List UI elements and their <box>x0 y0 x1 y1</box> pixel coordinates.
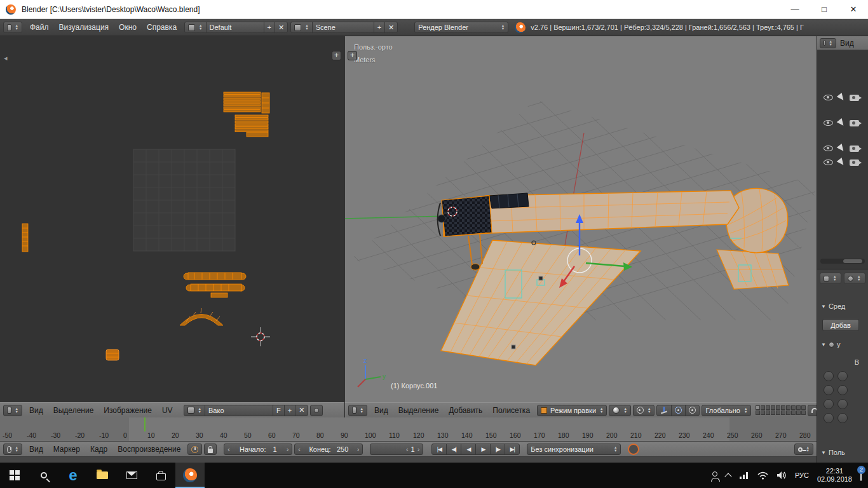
selectability-cursor-icon[interactable] <box>837 144 846 153</box>
menu-item[interactable]: Окно <box>114 23 142 32</box>
sync-dropdown[interactable]: Без синхронизации <box>527 444 621 455</box>
fake-user-button[interactable]: F <box>273 405 285 416</box>
visibility-eye-icon[interactable] <box>824 146 833 151</box>
clock[interactable]: 22:3102.09.2018 <box>817 467 852 484</box>
visibility-eye-icon[interactable] <box>824 120 833 126</box>
taskbar-explorer-button[interactable] <box>88 463 117 488</box>
menu-item[interactable]: Файл <box>25 23 54 32</box>
tool-round-button[interactable] <box>824 399 834 409</box>
visibility-eye-icon[interactable] <box>824 159 833 165</box>
editor-type-button-uv[interactable] <box>3 405 22 416</box>
mode-dropdown[interactable]: Режим правки <box>537 405 607 416</box>
tool-round-button[interactable] <box>824 385 834 395</box>
layer-cell[interactable] <box>771 410 775 415</box>
renderability-camera-icon[interactable] <box>850 95 859 101</box>
menu-item[interactable]: Выделение <box>48 406 99 415</box>
tool-round-button[interactable] <box>824 413 834 423</box>
menu-item[interactable]: Маркер <box>48 445 85 454</box>
manipulator-axis-button[interactable] <box>656 405 672 416</box>
scene-name-field[interactable]: Scene <box>312 22 374 33</box>
outliner-horizontal-scrollbar[interactable] <box>820 259 865 264</box>
menu-item[interactable]: Справка <box>142 23 182 32</box>
add-button[interactable]: Добав <box>822 319 859 331</box>
renderability-camera-icon[interactable] <box>850 120 859 126</box>
layer-cell[interactable] <box>766 405 770 410</box>
scene-add-button[interactable]: + <box>374 22 385 33</box>
manipulator-translate-button[interactable] <box>671 405 686 416</box>
renderability-camera-icon[interactable] <box>850 159 859 166</box>
layer-cell[interactable] <box>781 410 785 415</box>
layout-name-field[interactable]: Default <box>206 22 264 33</box>
orientation-dropdown[interactable]: Глобально <box>702 405 751 416</box>
image-new-button[interactable]: + <box>284 405 295 416</box>
uv-properties-region-toggle[interactable]: + <box>332 51 341 60</box>
image-pin-button[interactable] <box>310 405 323 416</box>
tool-round-button[interactable] <box>824 371 834 381</box>
preview-range-button[interactable] <box>187 444 202 455</box>
layer-cell[interactable] <box>756 410 760 415</box>
action-center[interactable]: 2 <box>860 470 862 481</box>
taskbar-blender-button[interactable] <box>175 463 205 488</box>
playback-button[interactable]: ▶| <box>505 444 520 455</box>
image-browse-button[interactable] <box>184 405 205 416</box>
layer-cell[interactable] <box>756 405 760 410</box>
world-panel-header[interactable]: Сред <box>821 302 845 310</box>
tool-round-button[interactable] <box>837 385 848 395</box>
playback-button[interactable]: ◀ <box>461 444 476 455</box>
properties-context-button-2[interactable] <box>844 273 865 284</box>
layout-delete-button[interactable]: ✕ <box>275 22 288 33</box>
scene-delete-button[interactable]: ✕ <box>384 22 398 33</box>
close-button[interactable]: ✕ <box>839 0 868 18</box>
menu-item[interactable]: Вид <box>24 445 48 454</box>
menu-item[interactable]: Вид <box>24 406 48 415</box>
layer-cell[interactable] <box>786 405 790 410</box>
tool-round-button[interactable] <box>837 371 848 381</box>
group-panel-header[interactable]: у <box>821 341 840 348</box>
menu-item[interactable]: Воспроизведение <box>112 445 186 454</box>
layer-cell[interactable] <box>796 405 801 410</box>
selectability-cursor-icon[interactable] <box>837 118 846 128</box>
selectability-cursor-icon[interactable] <box>837 158 846 167</box>
layer-cell[interactable] <box>791 410 796 415</box>
maximize-button[interactable]: □ <box>810 0 839 18</box>
image-unlink-button[interactable]: ✕ <box>295 405 308 416</box>
language-indicator[interactable]: РУС <box>795 471 809 480</box>
layer-cell[interactable] <box>771 405 775 410</box>
keying-set-button[interactable] <box>794 444 813 455</box>
editor-type-button-outliner[interactable] <box>820 38 836 48</box>
layout-add-button[interactable]: + <box>264 22 275 33</box>
menu-item[interactable]: Вид <box>369 406 393 415</box>
playback-button[interactable]: |▶ <box>490 444 505 455</box>
playback-button[interactable]: |◀ <box>431 444 447 455</box>
render-engine-dropdown[interactable]: Рендер Blender <box>414 22 508 33</box>
menu-item[interactable]: Полисетка <box>487 406 535 415</box>
start-frame-field[interactable]: Начало:1 <box>224 444 292 455</box>
outliner-view-menu[interactable]: Вид <box>839 39 855 48</box>
taskbar-edge-button[interactable]: e <box>58 463 88 488</box>
scene-browse-button[interactable] <box>290 22 312 33</box>
pivot-dropdown[interactable] <box>633 405 654 416</box>
playback-button[interactable]: ▶ <box>475 444 491 455</box>
current-frame-field[interactable]: 1 <box>370 444 423 455</box>
uv-canvas[interactable] <box>0 36 345 402</box>
record-button[interactable] <box>628 444 639 455</box>
visibility-eye-icon[interactable] <box>824 95 833 100</box>
menu-item[interactable]: Изображение <box>98 406 157 415</box>
tray-expand-icon[interactable] <box>724 473 731 480</box>
lock-button[interactable] <box>204 444 217 455</box>
editor-type-button-info[interactable] <box>3 22 22 33</box>
layer-cell[interactable] <box>791 405 796 410</box>
minimize-button[interactable]: — <box>780 0 810 18</box>
current-frame-indicator[interactable] <box>144 417 146 431</box>
wifi-icon[interactable] <box>757 471 768 480</box>
toolshelf-region-toggle[interactable]: + <box>348 51 357 60</box>
manipulator-rotate-button[interactable] <box>685 405 700 416</box>
taskbar-mail-button[interactable] <box>117 463 146 488</box>
menu-item[interactable]: UV <box>157 406 178 415</box>
viewport-canvas[interactable]: z у <box>345 36 817 402</box>
toolshelf-collapse-icon[interactable]: ◂ <box>4 54 8 62</box>
network-icon[interactable] <box>739 471 749 480</box>
menu-item[interactable]: Добавить <box>444 406 487 415</box>
selectability-cursor-icon[interactable] <box>837 93 846 102</box>
timeline-ruler[interactable]: -50-40-30-20-100102030405060708090100110… <box>0 417 817 442</box>
